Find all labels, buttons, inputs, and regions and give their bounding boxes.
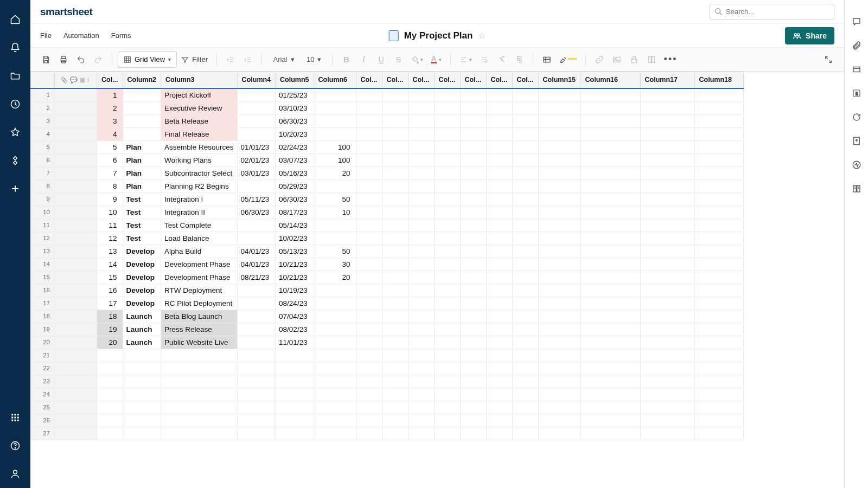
sheet-title[interactable]: My Project Plan (404, 30, 473, 41)
row-meta[interactable] (55, 323, 97, 336)
cell[interactable] (408, 206, 434, 219)
cell[interactable] (580, 414, 640, 427)
help-icon[interactable] (5, 436, 25, 455)
cell[interactable] (538, 192, 580, 206)
cell[interactable] (408, 179, 434, 192)
cell[interactable] (356, 258, 382, 271)
cell[interactable]: Alpha Build (161, 245, 238, 258)
cell[interactable] (408, 114, 434, 127)
cell[interactable]: 05/13/23 (276, 245, 314, 258)
cell[interactable] (580, 284, 640, 297)
cell[interactable] (640, 284, 694, 297)
cell[interactable] (123, 427, 161, 440)
cell[interactable] (356, 166, 382, 179)
cell[interactable]: 10/20/23 (276, 127, 314, 140)
row-number[interactable]: 16 (31, 284, 55, 297)
cell[interactable] (486, 140, 512, 153)
table-row[interactable]: 77PlanSubcontractor Select03/01/2305/16/… (31, 166, 744, 179)
cell[interactable] (512, 153, 538, 166)
cell[interactable] (694, 245, 743, 258)
cell[interactable] (460, 297, 486, 310)
cell[interactable]: RTW Deployment (161, 284, 238, 297)
cell[interactable]: Develop (123, 271, 161, 284)
cell[interactable] (382, 349, 408, 362)
cell[interactable] (408, 401, 434, 414)
proofs-icon[interactable] (849, 62, 864, 77)
cell[interactable] (314, 375, 356, 388)
cell[interactable] (408, 232, 434, 245)
row-number[interactable]: 22 (31, 362, 55, 375)
cell[interactable] (486, 362, 512, 375)
cell[interactable] (580, 349, 640, 362)
cell[interactable] (237, 310, 275, 323)
cell[interactable] (356, 284, 382, 297)
row-meta[interactable] (55, 101, 97, 114)
cell[interactable] (512, 375, 538, 388)
cell[interactable] (640, 271, 694, 284)
row-number[interactable]: 27 (31, 427, 55, 440)
table-row[interactable]: 1515DevelopDevelopment Phase08/21/2310/2… (31, 271, 744, 284)
cell[interactable] (382, 388, 408, 401)
cell[interactable] (356, 336, 382, 349)
table-row[interactable]: 22 (31, 362, 744, 375)
cell[interactable] (538, 153, 580, 166)
cell[interactable] (408, 153, 434, 166)
column-header[interactable]: Col... (382, 72, 408, 88)
cell[interactable] (382, 245, 408, 258)
cell[interactable] (640, 206, 694, 219)
cell[interactable] (382, 114, 408, 127)
cell[interactable] (382, 284, 408, 297)
cell[interactable]: Launch (123, 336, 161, 349)
column-header[interactable]: Col... (434, 72, 460, 88)
table-row[interactable]: 88PlanPlanning R2 Begins05/29/23 (31, 179, 744, 192)
cell[interactable]: 07/04/23 (276, 310, 314, 323)
italic-icon[interactable]: I (355, 52, 372, 68)
cell[interactable] (486, 206, 512, 219)
fill-color-icon[interactable]: ▾ (407, 52, 426, 68)
cell[interactable] (434, 153, 460, 166)
print-icon[interactable] (55, 52, 72, 68)
table-row[interactable]: 1313DevelopAlpha Build04/01/2305/13/2350 (31, 245, 744, 258)
cell[interactable] (486, 101, 512, 114)
cell[interactable] (512, 401, 538, 414)
cell[interactable] (486, 271, 512, 284)
conditional-format-icon[interactable] (539, 52, 555, 68)
cell[interactable]: 30 (314, 258, 356, 271)
row-number[interactable]: 18 (31, 310, 55, 323)
cell[interactable] (161, 401, 238, 414)
cell[interactable]: Launch (123, 310, 161, 323)
row-meta[interactable] (55, 375, 97, 388)
row-meta[interactable] (55, 284, 97, 297)
row-number[interactable]: 3 (31, 114, 55, 127)
column-header[interactable]: Column17 (640, 72, 694, 88)
row-number[interactable]: 25 (31, 401, 55, 414)
cell[interactable] (580, 297, 640, 310)
cell[interactable] (314, 310, 356, 323)
cell[interactable] (486, 127, 512, 140)
column-header[interactable]: Column6 (314, 72, 356, 88)
cell[interactable] (640, 362, 694, 375)
cell[interactable] (276, 414, 314, 427)
cell[interactable] (640, 297, 694, 310)
cell[interactable] (408, 414, 434, 427)
menu-automation[interactable]: Automation (63, 31, 99, 40)
cell[interactable] (486, 192, 512, 206)
table-row[interactable]: 27 (31, 427, 744, 440)
share-button[interactable]: Share (785, 27, 834, 44)
row-meta[interactable] (55, 232, 97, 245)
row-meta[interactable] (55, 219, 97, 232)
cell[interactable] (538, 271, 580, 284)
cell[interactable] (123, 375, 161, 388)
column-header[interactable]: Col... (97, 72, 123, 88)
cell[interactable] (486, 323, 512, 336)
cell[interactable] (356, 323, 382, 336)
cell[interactable] (356, 192, 382, 206)
cell[interactable] (314, 414, 356, 427)
row-meta[interactable] (55, 427, 97, 440)
row-number[interactable]: 19 (31, 323, 55, 336)
cell[interactable] (161, 375, 238, 388)
cell[interactable] (434, 245, 460, 258)
cell[interactable] (580, 206, 640, 219)
row-meta[interactable] (55, 336, 97, 349)
cell[interactable] (486, 297, 512, 310)
